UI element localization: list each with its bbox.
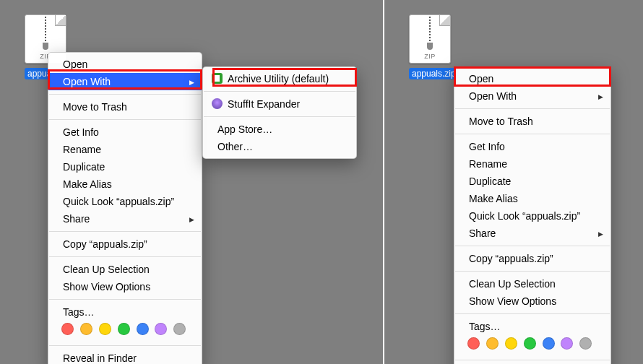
menu-view-options[interactable]: Show View Options bbox=[48, 278, 202, 295]
context-menu: Open Open With Move to Trash Get Info Re… bbox=[48, 52, 202, 364]
tag-gray[interactable] bbox=[173, 323, 186, 335]
file-label[interactable]: appuals.zip bbox=[409, 68, 459, 79]
menu-duplicate[interactable]: Duplicate bbox=[454, 173, 610, 190]
menu-duplicate[interactable]: Duplicate bbox=[48, 158, 202, 176]
menu-make-alias[interactable]: Make Alias bbox=[48, 176, 202, 193]
tag-yellow[interactable] bbox=[505, 337, 517, 350]
menu-tags[interactable]: Tags… bbox=[454, 318, 610, 335]
archive-utility-icon bbox=[212, 73, 223, 84]
tag-purple[interactable] bbox=[155, 323, 167, 335]
stuffit-icon bbox=[212, 98, 223, 109]
menu-move-to-trash[interactable]: Move to Trash bbox=[48, 98, 202, 116]
menu-move-to-trash[interactable]: Move to Trash bbox=[454, 113, 610, 130]
menu-clean-up[interactable]: Clean Up Selection bbox=[48, 261, 202, 278]
menu-quick-look[interactable]: Quick Look “appuals.zip” bbox=[454, 207, 610, 225]
menu-rename[interactable]: Rename bbox=[48, 141, 202, 158]
menu-tags[interactable]: Tags… bbox=[48, 303, 202, 321]
desktop-left: ZIP appuals.zip Open Open With Move to T… bbox=[0, 0, 384, 364]
tag-purple[interactable] bbox=[561, 337, 573, 350]
tag-gray[interactable] bbox=[579, 337, 592, 350]
tag-yellow[interactable] bbox=[99, 323, 111, 335]
file-icon[interactable]: ZIP appuals.zip bbox=[409, 14, 459, 79]
menu-share[interactable]: Share bbox=[454, 225, 610, 242]
desktop-right: ZIP appuals.zip Open Open With Move to T… bbox=[384, 0, 643, 364]
tags-row bbox=[454, 335, 610, 356]
tag-green[interactable] bbox=[118, 323, 130, 335]
tag-green[interactable] bbox=[524, 337, 536, 350]
tag-blue[interactable] bbox=[137, 323, 149, 335]
zip-document-icon: ZIP bbox=[409, 14, 451, 64]
submenu-stuffit-expander[interactable]: StuffIt Expander bbox=[203, 95, 356, 113]
menu-copy[interactable]: Copy “appuals.zip” bbox=[48, 235, 202, 253]
menu-rename[interactable]: Rename bbox=[454, 155, 610, 173]
menu-clean-up[interactable]: Clean Up Selection bbox=[454, 275, 610, 292]
submenu-archive-utility[interactable]: Archive Utility (default) bbox=[203, 70, 356, 87]
context-menu: Open Open With Move to Trash Get Info Re… bbox=[454, 66, 611, 364]
menu-open-with[interactable]: Open With bbox=[454, 87, 610, 105]
tag-red[interactable] bbox=[467, 337, 480, 350]
menu-quick-look[interactable]: Quick Look “appuals.zip” bbox=[48, 193, 202, 210]
menu-open-with[interactable]: Open With bbox=[48, 73, 202, 90]
menu-open[interactable]: Open bbox=[454, 70, 610, 87]
menu-open[interactable]: Open bbox=[48, 56, 202, 73]
menu-view-options[interactable]: Show View Options bbox=[454, 292, 610, 310]
tag-orange[interactable] bbox=[80, 323, 92, 335]
menu-get-info[interactable]: Get Info bbox=[48, 124, 202, 141]
tags-row bbox=[48, 321, 202, 342]
menu-get-info[interactable]: Get Info bbox=[454, 138, 610, 155]
tag-red[interactable] bbox=[61, 323, 74, 335]
menu-make-alias[interactable]: Make Alias bbox=[454, 190, 610, 207]
tag-blue[interactable] bbox=[543, 337, 555, 350]
submenu-other[interactable]: Other… bbox=[203, 138, 356, 155]
menu-copy[interactable]: Copy “appuals.zip” bbox=[454, 250, 610, 267]
open-with-submenu: Archive Utility (default) StuffIt Expand… bbox=[202, 66, 357, 159]
submenu-app-store[interactable]: App Store… bbox=[203, 121, 356, 138]
tag-orange[interactable] bbox=[486, 337, 499, 350]
menu-share[interactable]: Share bbox=[48, 210, 202, 228]
menu-reveal-in-finder[interactable]: Reveal in Finder bbox=[48, 350, 202, 364]
